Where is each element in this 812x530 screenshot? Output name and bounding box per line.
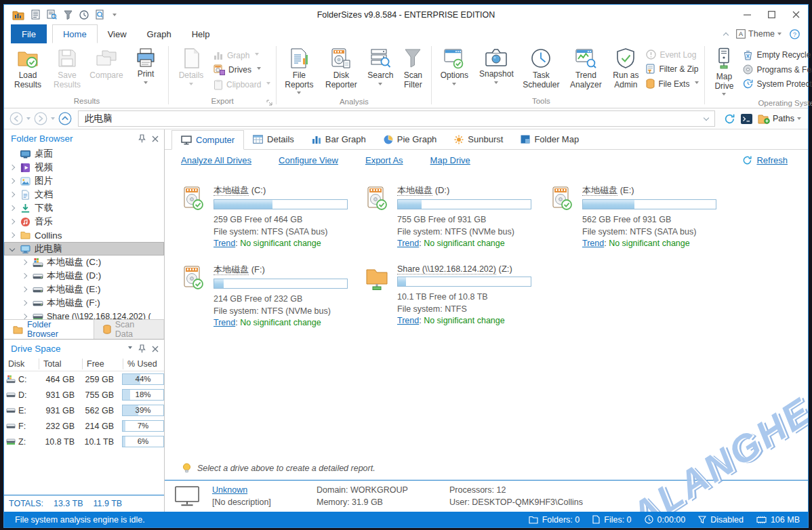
export-drives-button[interactable]: Drives	[214, 64, 270, 75]
forward-history-dropdown-icon[interactable]	[51, 117, 55, 122]
report-icon[interactable]	[31, 9, 40, 20]
address-input[interactable]: 此电脑	[78, 110, 715, 127]
filter-icon[interactable]	[64, 10, 73, 20]
trend-link[interactable]: Trend	[214, 239, 235, 248]
tree-item-videos[interactable]: 视频	[4, 161, 164, 174]
filter-zip-button[interactable]: Filter & Zip	[646, 64, 699, 75]
drive-space-row-e[interactable]: E: 931 GB 562 GB 39%	[4, 403, 164, 418]
drive-space-row-z[interactable]: Z: 10.8 TB 10.1 TB 6%	[4, 434, 164, 449]
drive-card-e[interactable]: 本地磁盘 (E:) 562 GB Free of 931 GB File sys…	[550, 184, 808, 252]
task-scheduler-button[interactable]: Task Scheduler	[519, 45, 563, 89]
tab-details[interactable]: Details	[244, 129, 303, 149]
tab-home[interactable]: Home	[52, 24, 98, 43]
snapshot-button[interactable]: Snapshot	[474, 45, 519, 86]
expander-icon[interactable]	[8, 220, 16, 224]
disk-reporter-button[interactable]: Disk Reporter	[319, 45, 363, 89]
tab-view[interactable]: View	[98, 24, 137, 43]
maximize-button[interactable]	[759, 5, 784, 24]
load-results-button[interactable]: Load Results	[8, 45, 47, 89]
tab-pie-graph[interactable]: Pie Graph	[375, 129, 446, 149]
tree-item-share-z[interactable]: Share (\\192.168.124.202) (	[4, 310, 164, 319]
tree-item-downloads[interactable]: 下载	[4, 201, 164, 215]
up-button[interactable]	[58, 112, 72, 125]
trend-link[interactable]: Trend	[397, 239, 419, 248]
expander-icon[interactable]	[20, 314, 28, 319]
console-icon[interactable]	[741, 114, 752, 124]
run-as-admin-button[interactable]: Run as Admin	[608, 45, 643, 89]
expander-icon[interactable]	[8, 247, 16, 251]
empty-recycle-bin-button[interactable]: Empty Recycle Bin	[743, 49, 812, 60]
tree-item-pictures[interactable]: 图片	[4, 174, 164, 188]
refresh-icon[interactable]	[724, 113, 735, 125]
back-button[interactable]	[9, 112, 23, 125]
scan-filter-button[interactable]: Scan Filter	[397, 45, 428, 89]
expander-icon[interactable]	[20, 274, 28, 278]
trend-link[interactable]: Trend	[397, 316, 419, 325]
expander-icon[interactable]	[8, 179, 16, 183]
pin-icon[interactable]	[138, 134, 146, 143]
pin-icon[interactable]	[138, 344, 146, 353]
paths-button[interactable]: Paths	[758, 114, 801, 124]
refresh-button[interactable]: Refresh	[742, 155, 788, 165]
expander-icon[interactable]	[8, 192, 16, 197]
expander-icon[interactable]	[20, 287, 28, 291]
tree-item-drive-d[interactable]: 本地磁盘 (D:)	[4, 269, 164, 283]
drive-card-d[interactable]: 本地磁盘 (D:) 755 GB Free of 931 GB File sys…	[365, 184, 550, 252]
map-drive-link[interactable]: Map Drive	[430, 155, 470, 165]
tab-graph[interactable]: Graph	[137, 24, 182, 43]
tab-folder-browser[interactable]: Folder Browser	[4, 320, 94, 339]
drive-title[interactable]: Share (\\192.168.124.202) (Z:)	[397, 264, 531, 274]
tree-item-this-pc[interactable]: 此电脑	[4, 242, 164, 256]
export-graph-button[interactable]: Graph	[214, 50, 270, 60]
tab-computer[interactable]: Computer	[171, 130, 244, 150]
print-button[interactable]: Print	[126, 45, 165, 86]
drive-card-z[interactable]: Share (\\192.168.124.202) (Z:) 10.1 TB F…	[365, 264, 550, 331]
address-dropdown-icon[interactable]	[704, 115, 709, 121]
clock-icon[interactable]	[79, 10, 89, 20]
expander-icon[interactable]	[8, 233, 16, 237]
drive-title[interactable]: 本地磁盘 (F:)	[214, 264, 348, 276]
column-used[interactable]: % Used	[123, 359, 164, 369]
status-filter[interactable]: Disabled	[698, 515, 744, 525]
file-exts-button[interactable]: File Exts	[646, 79, 699, 89]
configure-view-link[interactable]: Configure View	[279, 155, 338, 165]
tree-item-drive-c[interactable]: 本地磁盘 (C:)	[4, 256, 164, 269]
analyze-all-drives-link[interactable]: Analyze All Drives	[181, 155, 251, 165]
qat-dropdown-icon[interactable]	[113, 14, 117, 18]
drive-title[interactable]: 本地磁盘 (E:)	[582, 184, 716, 197]
search-report-icon[interactable]	[47, 9, 57, 20]
tree-item-music[interactable]: 音乐	[4, 215, 164, 228]
export-dialog-launcher-icon[interactable]	[266, 100, 273, 106]
column-total[interactable]: Total	[39, 359, 83, 369]
computer-name-link[interactable]: Unknown	[212, 485, 247, 495]
tree-item-collins[interactable]: Collins	[4, 228, 164, 242]
export-as-link[interactable]: Export As	[365, 155, 403, 165]
tree-item-documents[interactable]: 文档	[4, 188, 164, 201]
minimize-button[interactable]	[735, 5, 759, 24]
tab-folder-map[interactable]: Folder Map	[512, 129, 588, 149]
panel-menu-icon[interactable]	[128, 346, 132, 351]
drive-space-row-d[interactable]: D: 931 GB 755 GB 18%	[4, 387, 164, 403]
compare-button[interactable]: Compare	[87, 45, 126, 81]
close-panel-icon[interactable]	[152, 346, 159, 352]
expander-icon[interactable]	[8, 206, 16, 210]
drive-title[interactable]: 本地磁盘 (C:)	[214, 184, 348, 197]
forward-button[interactable]	[34, 112, 47, 125]
file-reports-button[interactable]: File Reports	[279, 45, 319, 96]
details-export-button[interactable]: Details	[171, 45, 211, 87]
close-panel-icon[interactable]	[152, 136, 159, 142]
trend-link[interactable]: Trend	[214, 318, 235, 327]
system-protection-button[interactable]: System Protection	[743, 79, 812, 89]
expander-icon[interactable]	[20, 260, 28, 264]
programs-features-button[interactable]: Programs & Features	[743, 64, 812, 75]
expander-icon[interactable]	[8, 165, 16, 169]
column-free[interactable]: Free	[83, 359, 123, 369]
options-button[interactable]: Options	[434, 45, 474, 87]
event-log-button[interactable]: Event Log	[646, 49, 699, 60]
expander-icon[interactable]	[20, 301, 28, 305]
close-button[interactable]	[784, 5, 808, 24]
back-history-dropdown-icon[interactable]	[26, 117, 31, 122]
search-button[interactable]: Search	[363, 45, 397, 87]
column-disk[interactable]: Disk	[4, 359, 39, 369]
drive-space-row-f[interactable]: F: 232 GB 214 GB 7%	[4, 418, 164, 434]
